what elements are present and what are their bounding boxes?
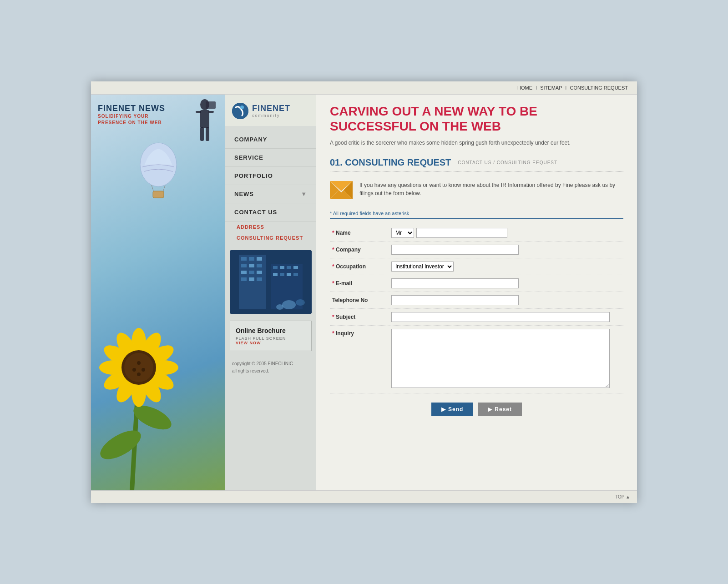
svg-rect-10: [153, 191, 164, 198]
nav-news[interactable]: NEWS ▼: [225, 185, 316, 203]
occupation-label: Occupation: [330, 258, 389, 275]
nav-contact-us[interactable]: CONTACT US: [225, 203, 316, 222]
svg-rect-2: [196, 111, 201, 113]
envelope-icon: [330, 181, 353, 199]
inquiry-row: Inquiry: [330, 325, 623, 393]
middle-navigation: FINENET community COMPANY SERVICE PORTFO…: [225, 95, 316, 490]
reset-arrow-icon: ▶: [488, 406, 492, 413]
svg-point-58: [296, 299, 305, 306]
svg-point-27: [124, 353, 153, 382]
email-row: E-mail: [330, 275, 623, 292]
subject-row: Subject: [330, 308, 623, 325]
sitemap-link[interactable]: SITEMAP: [540, 85, 562, 91]
nav-address[interactable]: ADDRESS: [225, 222, 316, 232]
svg-point-28: [137, 361, 141, 365]
send-label: Send: [448, 406, 463, 413]
telephone-input[interactable]: [391, 295, 519, 305]
form-table: Name Mr Ms Mrs Dr: [330, 225, 623, 393]
svg-rect-46: [241, 277, 247, 281]
inquiry-label: Inquiry: [330, 325, 389, 393]
occupation-row: Occupation Institutional Investor Retail…: [330, 258, 623, 275]
nav-consulting-request[interactable]: CONSULTING REQUEST: [225, 232, 316, 243]
svg-point-33: [240, 106, 244, 109]
hero-title: CARVING OUT A NEW WAY TO BESUCCESSFUL ON…: [330, 104, 623, 134]
svg-rect-39: [257, 257, 262, 261]
nav-company[interactable]: COMPANY: [225, 131, 316, 149]
subject-input[interactable]: [391, 312, 610, 322]
svg-rect-54: [280, 273, 284, 276]
consulting-form: Name Mr Ms Mrs Dr: [330, 225, 623, 416]
svg-rect-5: [206, 127, 209, 141]
svg-rect-56: [293, 273, 298, 276]
name-input[interactable]: [416, 228, 507, 238]
left-sidebar: FINENET NEWS SOLIDIFYING YOUR PRESENCE O…: [91, 95, 225, 490]
name-prefix-select[interactable]: Mr Ms Mrs Dr: [391, 228, 414, 238]
svg-rect-37: [241, 257, 247, 261]
svg-rect-4: [200, 127, 204, 141]
figure-silhouette: [191, 99, 218, 145]
svg-rect-45: [257, 271, 262, 274]
inquiry-textarea[interactable]: [391, 329, 610, 388]
section-nav-label: CONTACT US / CONSULTING EEQUEST: [458, 160, 557, 165]
svg-rect-6: [206, 101, 216, 109]
company-input[interactable]: [391, 245, 519, 255]
svg-rect-49: [273, 266, 278, 269]
section-number: 01. CONSULTING REQUEST: [330, 157, 451, 168]
svg-rect-3: [208, 111, 214, 113]
news-arrow-icon: ▼: [301, 191, 307, 197]
reset-label: Reset: [495, 406, 512, 413]
svg-rect-53: [273, 273, 278, 276]
svg-point-32: [232, 103, 248, 119]
required-note: * All required fields have an asterisk: [330, 211, 623, 219]
svg-rect-35: [239, 255, 266, 309]
svg-point-30: [132, 368, 136, 372]
consulting-request-link[interactable]: CONSULTING REQUEST: [570, 85, 628, 91]
name-row: Name Mr Ms Mrs Dr: [330, 225, 623, 242]
company-row: Company: [330, 241, 623, 258]
brochure-sub: FLASH FULL SCREEN: [236, 336, 306, 341]
building-image: [230, 250, 312, 314]
hero-subtitle: A good critic is the sorcerer who makes …: [330, 140, 623, 146]
nav-menu: COMPANY SERVICE PORTFOLIO NEWS ▼ CONTACT…: [225, 131, 316, 243]
logo-name: FINENET: [252, 104, 290, 113]
online-brochure-box[interactable]: Online Brochure FLASH FULL SCREEN VIEW N…: [230, 321, 312, 351]
top-link[interactable]: TOP ▲: [91, 490, 637, 503]
form-buttons: ▶ Send ▶ Reset: [330, 403, 623, 416]
svg-point-29: [142, 368, 145, 372]
svg-rect-41: [249, 264, 254, 267]
home-link[interactable]: HOME: [517, 85, 532, 91]
svg-rect-55: [287, 273, 291, 276]
svg-rect-47: [249, 277, 254, 281]
info-box: If you have any questions or want to kno…: [330, 174, 623, 206]
svg-rect-48: [257, 277, 262, 281]
occupation-select[interactable]: Institutional Investor Retail Investor A…: [391, 262, 454, 272]
email-label: E-mail: [330, 275, 389, 292]
send-button[interactable]: ▶ Send: [431, 403, 473, 416]
svg-rect-40: [241, 264, 247, 267]
svg-rect-52: [293, 266, 298, 269]
svg-rect-43: [241, 271, 247, 274]
svg-point-59: [276, 304, 283, 310]
copyright-text: copyright © 2005 FINECLINICall rights re…: [225, 356, 316, 379]
email-input[interactable]: [391, 278, 519, 288]
send-arrow-icon: ▶: [441, 406, 446, 413]
main-content: CARVING OUT A NEW WAY TO BESUCCESSFUL ON…: [316, 95, 637, 490]
svg-point-31: [137, 373, 141, 376]
brochure-title: Online Brochure: [236, 327, 286, 334]
name-label: Name: [330, 225, 389, 242]
nav-portfolio[interactable]: PORTFOLIO: [225, 167, 316, 185]
svg-rect-44: [249, 271, 254, 274]
svg-line-8: [152, 185, 154, 192]
nav-service[interactable]: SERVICE: [225, 149, 316, 167]
svg-rect-1: [200, 110, 209, 128]
sunflower-decoration: [91, 317, 225, 490]
finenet-logo-area: FINENET community: [225, 95, 316, 126]
svg-rect-42: [257, 264, 262, 267]
company-label: Company: [330, 241, 389, 258]
top-navigation: HOME I SITEMAP I CONSULTING REQUEST: [91, 81, 637, 95]
section-header: 01. CONSULTING REQUEST CONTACT US / CONS…: [330, 157, 623, 172]
brochure-link[interactable]: VIEW NOW: [236, 341, 306, 345]
telephone-row: Telephone No: [330, 292, 623, 308]
svg-rect-38: [249, 257, 254, 261]
reset-button[interactable]: ▶ Reset: [478, 403, 522, 416]
